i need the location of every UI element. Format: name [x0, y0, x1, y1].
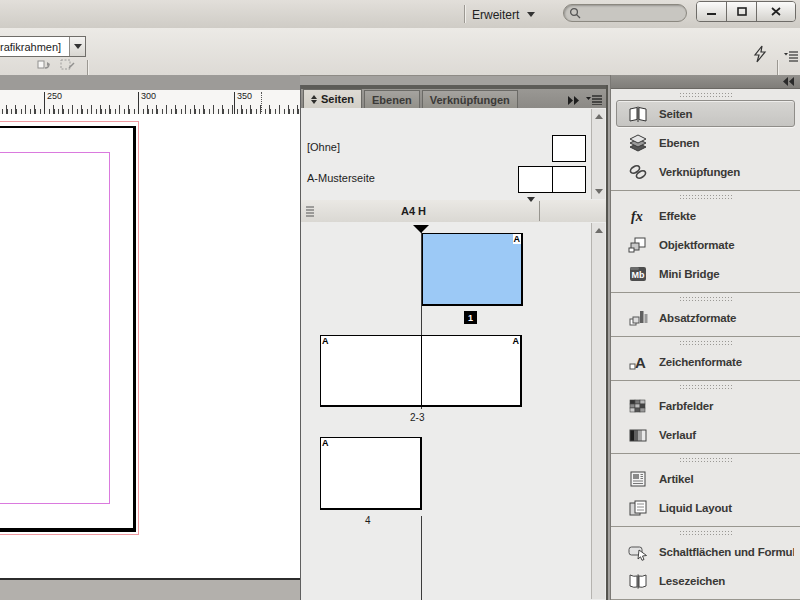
- group-gripper[interactable]: [680, 341, 732, 346]
- panel-collapse-icon: [311, 95, 317, 104]
- control-toolbar: rafikrahmen]: [0, 28, 800, 76]
- dock-group: FarbfelderVerlauf: [611, 381, 800, 454]
- group-gripper[interactable]: [680, 458, 732, 463]
- panel-menu-icon[interactable]: [586, 95, 602, 105]
- group-gripper[interactable]: [680, 195, 732, 200]
- window-controls: [696, 1, 796, 22]
- titlebar-separator: [464, 5, 465, 23]
- page-thumb-2-3[interactable]: A A: [320, 335, 522, 407]
- maximize-icon: [737, 7, 747, 16]
- group-gripper[interactable]: [680, 297, 732, 302]
- pages-scrollbar[interactable]: [591, 223, 605, 599]
- lightning-icon: [752, 45, 768, 63]
- override-buttons: [36, 58, 75, 71]
- dock-item-label: Zeichenformate: [659, 356, 742, 368]
- tab-ebenen[interactable]: Ebenen: [364, 90, 420, 108]
- bookmarks-icon: [626, 572, 650, 590]
- master-spread-divider: [519, 167, 553, 192]
- svg-text:Mb: Mb: [632, 270, 645, 280]
- maximize-button[interactable]: [727, 2, 757, 21]
- master-badge: A: [321, 336, 330, 346]
- dock-item-label: Mini Bridge: [659, 268, 719, 280]
- master-badge: A: [321, 438, 330, 448]
- workspace-switcher[interactable]: Erweitert: [472, 6, 535, 23]
- dock-item-schaltfl-chen-und-formulare[interactable]: Schaltflächen und Formulare: [616, 538, 795, 565]
- pages-icon: [626, 105, 650, 123]
- document-bottom-strip: [0, 578, 300, 600]
- frame-format-combo[interactable]: rafikrahmen]: [0, 36, 86, 57]
- dock-group: fxEffekteObjektformateMbMini Bridge: [611, 191, 800, 293]
- dock-item-label: Absatzformate: [659, 312, 736, 324]
- dock-item-objektformate[interactable]: Objektformate: [616, 231, 795, 258]
- clear-overrides-button[interactable]: [59, 58, 75, 71]
- page-thumb-4[interactable]: A: [320, 437, 422, 510]
- swatches-icon: [626, 397, 650, 415]
- page-number-2-3[interactable]: 2-3: [410, 412, 424, 423]
- dock-item-farbfelder[interactable]: Farbfelder: [616, 392, 795, 419]
- margin-guide: [0, 152, 110, 504]
- minimize-button[interactable]: [697, 2, 727, 21]
- master-apply-bar[interactable]: A4 H: [301, 200, 606, 223]
- page-thumb-1[interactable]: A: [422, 233, 523, 306]
- update-link-button[interactable]: [36, 58, 52, 71]
- dock-item-verkn-pfungen[interactable]: Verknüpfungen: [616, 158, 795, 185]
- fx-effects-icon: fx: [626, 207, 650, 225]
- close-button[interactable]: [757, 2, 795, 21]
- master-name[interactable]: [Ohne]: [307, 141, 340, 153]
- chevron-down-icon[interactable]: [527, 202, 535, 220]
- dock-group: Schaltflächen und FormulareLesezeichen: [611, 527, 800, 600]
- panel-menu-button[interactable]: [784, 48, 798, 66]
- quick-apply-button[interactable]: [752, 45, 768, 67]
- dock-item-label: Verknüpfungen: [659, 166, 740, 178]
- master-name[interactable]: A-Musterseite: [307, 172, 375, 184]
- minimize-icon: [707, 7, 717, 16]
- dock-item-ebenen[interactable]: Ebenen: [616, 129, 795, 156]
- combo-dropdown-button[interactable]: [69, 37, 85, 56]
- dock-item-absatzformate[interactable]: Absatzformate: [616, 304, 795, 331]
- pages-list: A 1 A A 2-3 A 4: [301, 222, 606, 600]
- dock-item-label: Liquid Layout: [659, 502, 732, 514]
- search-input[interactable]: [563, 4, 687, 22]
- dock-item-verlauf[interactable]: Verlauf: [616, 421, 795, 448]
- master-thumb-ohne[interactable]: [552, 135, 586, 162]
- page-number-4[interactable]: 4: [365, 515, 371, 526]
- master-apply-label: A4 H: [401, 205, 426, 217]
- group-gripper[interactable]: [680, 531, 732, 536]
- masters-list: [Ohne] A-Musterseite: [301, 108, 606, 201]
- articles-icon: [626, 470, 650, 488]
- scroll-up-button[interactable]: [594, 112, 603, 121]
- master-badge: A: [513, 234, 522, 244]
- dock-item-seiten[interactable]: Seiten: [616, 100, 795, 127]
- svg-text:fx: fx: [631, 209, 643, 224]
- collapse-panel-icon[interactable]: [567, 96, 580, 105]
- title-bar: Erweitert: [0, 0, 800, 29]
- dock-item-liquid-layout[interactable]: Liquid Layout: [616, 494, 795, 521]
- dock-item-lesezeichen[interactable]: Lesezeichen: [616, 567, 795, 594]
- dock-item-zeichenformate[interactable]: AZeichenformate: [616, 348, 795, 375]
- tab-seiten[interactable]: Seiten: [303, 89, 362, 108]
- dock-group: Absatzformate: [611, 293, 800, 337]
- document-area: 250 300 350: [0, 75, 300, 600]
- search-icon: [569, 7, 581, 19]
- scroll-up-button[interactable]: [594, 226, 603, 235]
- tab-verknuepfungen[interactable]: Verknüpfungen: [422, 90, 518, 108]
- expand-dock-icon[interactable]: [782, 77, 795, 86]
- pages-panel: Seiten Ebenen Verknüpfungen [Ohne] A-Mus…: [300, 85, 608, 600]
- group-gripper[interactable]: [680, 93, 732, 98]
- scroll-down-button[interactable]: [594, 187, 603, 196]
- dock-item-artikel[interactable]: Artikel: [616, 465, 795, 492]
- dock-item-mini-bridge[interactable]: MbMini Bridge: [616, 260, 795, 287]
- page-number-1[interactable]: 1: [464, 311, 477, 324]
- ruler-major-tick: [44, 92, 45, 114]
- chevron-down-icon: [74, 44, 82, 49]
- ruler-label: 250: [47, 91, 62, 101]
- liquid-layout-icon: [626, 499, 650, 517]
- dock-item-label: Seiten: [659, 108, 692, 120]
- dock-item-label: Farbfelder: [659, 400, 713, 412]
- tab-label: Seiten: [321, 93, 354, 105]
- group-gripper[interactable]: [680, 385, 732, 390]
- dock-item-effekte[interactable]: fxEffekte: [616, 202, 795, 229]
- master-thumb-a-musterseite[interactable]: [518, 166, 586, 193]
- masters-scrollbar[interactable]: [591, 109, 605, 199]
- pasteboard[interactable]: [0, 114, 300, 578]
